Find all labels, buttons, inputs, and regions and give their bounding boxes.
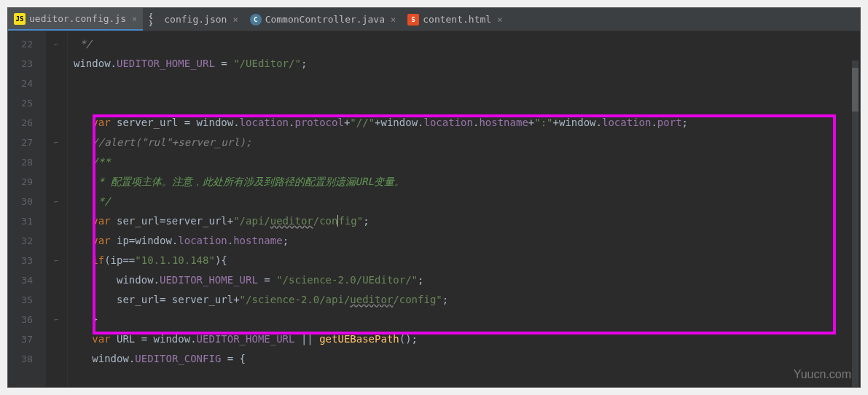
code-line-38[interactable]: window.UEDITOR_CONFIG = { xyxy=(68,349,860,369)
line-number: 33 xyxy=(8,251,46,270)
line-number: 32 xyxy=(8,231,46,251)
fold-gutter: ⌐⌐⌐⌐⌐ xyxy=(46,31,68,387)
code-line-34[interactable]: window.UEDITOR_HOME_URL = "/science-2.0/… xyxy=(68,270,860,290)
fold-mark xyxy=(46,290,67,310)
tab-label: config.json xyxy=(164,14,227,25)
code-line-32[interactable]: var ip=window.location.hostname; xyxy=(68,231,860,251)
tab-ueditor-config-js[interactable]: JS ueditor.config.js × xyxy=(8,8,143,31)
tab-label: content.html xyxy=(423,14,491,25)
code-line-36[interactable]: } xyxy=(68,310,860,329)
code-line-23[interactable]: window.UEDITOR_HOME_URL = "/UEditor/"; xyxy=(68,54,860,74)
fold-mark[interactable]: ⌐ xyxy=(46,192,67,211)
line-number: 30 xyxy=(8,192,46,211)
close-icon[interactable]: × xyxy=(232,15,238,25)
tab-common-controller-java[interactable]: C CommonController.java × xyxy=(244,8,402,31)
code-line-31[interactable]: var ser_url=server_url+"/api/ueditor/con… xyxy=(68,211,860,231)
tab-bar: JS ueditor.config.js × { } config.json ×… xyxy=(8,8,860,31)
html-icon: 5 xyxy=(407,14,419,26)
line-number-gutter: 2223242526272829303132333435363738 xyxy=(8,31,46,387)
line-number: 26 xyxy=(8,113,46,133)
fold-mark xyxy=(46,93,67,113)
line-number: 23 xyxy=(8,54,46,74)
line-number: 27 xyxy=(8,133,46,152)
editor-area: 2223242526272829303132333435363738 ⌐⌐⌐⌐⌐… xyxy=(8,31,860,387)
line-number: 35 xyxy=(8,290,46,310)
fold-mark xyxy=(46,113,67,133)
json-icon: { } xyxy=(149,14,160,26)
fold-mark xyxy=(46,54,67,74)
line-number: 25 xyxy=(8,93,46,113)
scrollbar-thumb[interactable] xyxy=(852,68,859,112)
fold-mark xyxy=(46,74,67,93)
line-number: 29 xyxy=(8,172,46,192)
fold-mark xyxy=(46,152,67,172)
line-number: 34 xyxy=(8,270,46,290)
line-number: 37 xyxy=(8,329,46,349)
line-number: 31 xyxy=(8,211,46,231)
fold-mark[interactable]: ⌐ xyxy=(46,34,67,54)
javascript-icon: JS xyxy=(14,13,26,25)
line-number: 38 xyxy=(8,349,46,369)
code-line-24[interactable] xyxy=(68,74,860,93)
line-number: 36 xyxy=(8,310,46,329)
code-line-28[interactable]: /** xyxy=(68,152,860,172)
code-line-25[interactable] xyxy=(68,93,860,113)
java-class-icon: C xyxy=(250,14,262,26)
code-line-29[interactable]: * 配置项主体。注意，此处所有涉及到路径的配置别遗漏URL变量。 xyxy=(68,172,860,192)
code-line-27[interactable]: //alert("rul"+server_url); xyxy=(68,133,860,152)
code-area[interactable]: */ window.UEDITOR_HOME_URL = "/UEditor/"… xyxy=(68,31,860,387)
fold-mark[interactable]: ⌐ xyxy=(46,251,67,270)
ide-window: JS ueditor.config.js × { } config.json ×… xyxy=(7,7,861,388)
code-line-26[interactable]: var server_url = window.location.protoco… xyxy=(68,113,860,133)
code-line-22[interactable]: */ xyxy=(68,34,860,54)
line-number: 22 xyxy=(8,34,46,54)
fold-mark xyxy=(46,349,67,369)
line-number: 24 xyxy=(8,74,46,93)
code-line-37[interactable]: var URL = window.UEDITOR_HOME_URL || get… xyxy=(68,329,860,349)
tab-label: ueditor.config.js xyxy=(29,13,126,24)
fold-mark xyxy=(46,231,67,251)
code-line-33[interactable]: if(ip=="10.1.10.148"){ xyxy=(68,251,860,270)
code-line-30[interactable]: */ xyxy=(68,192,860,211)
tab-content-html[interactable]: 5 content.html × xyxy=(402,8,508,31)
fold-mark[interactable]: ⌐ xyxy=(46,310,67,329)
code-line-35[interactable]: ser_url= server_url+"/science-2.0/api/ue… xyxy=(68,290,860,310)
fold-mark xyxy=(46,270,67,290)
tab-config-json[interactable]: { } config.json × xyxy=(143,8,243,31)
fold-mark[interactable]: ⌐ xyxy=(46,133,67,152)
line-number: 28 xyxy=(8,152,46,172)
close-icon[interactable]: × xyxy=(391,15,396,25)
fold-mark xyxy=(46,329,67,349)
fold-mark xyxy=(46,211,67,231)
fold-mark xyxy=(46,172,67,192)
tab-label: CommonController.java xyxy=(265,14,385,25)
close-icon[interactable]: × xyxy=(497,15,502,25)
close-icon[interactable]: × xyxy=(132,14,137,24)
vertical-scrollbar[interactable] xyxy=(852,60,859,388)
